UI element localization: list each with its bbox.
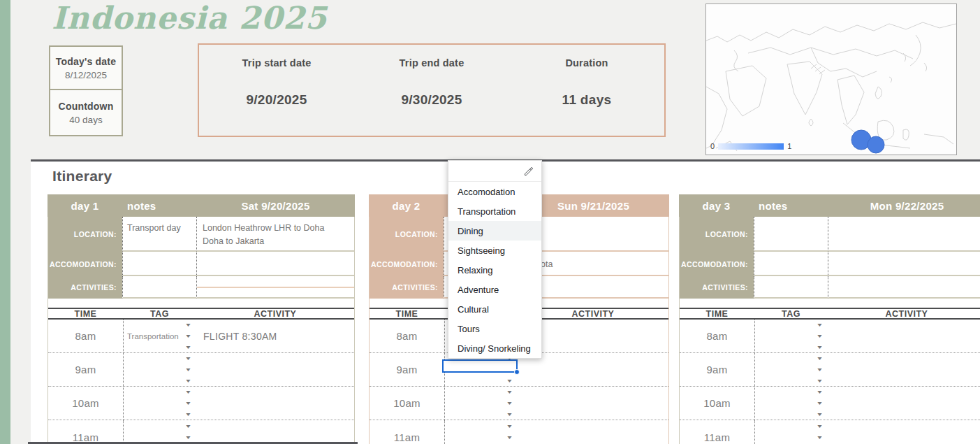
dropdown-arrow-icon[interactable]: ▼ xyxy=(816,424,823,429)
trip-start-value[interactable]: 9/20/2025 xyxy=(199,92,354,108)
dropdown-option[interactable]: Adventure xyxy=(448,280,541,299)
day-3-details: LOCATION: ACCOMODATION: ACTIVITIES: xyxy=(679,217,980,299)
fill-handle[interactable] xyxy=(514,369,520,375)
time-cell[interactable]: 10am xyxy=(370,387,444,420)
activity-cell[interactable] xyxy=(196,353,354,386)
dropdown-arrow-icon[interactable]: ▼ xyxy=(506,435,513,440)
dropdown-arrow-icon[interactable]: ▼ xyxy=(816,435,823,440)
dropdown-option[interactable]: Diving/ Snorkeling xyxy=(448,338,541,358)
dropdown-arrow-icon[interactable]: ▼ xyxy=(506,412,513,417)
hour-row: 9am▼▼▼ xyxy=(48,353,354,387)
activity-cell[interactable] xyxy=(196,387,354,420)
time-cell[interactable]: 11am xyxy=(680,420,754,444)
dropdown-arrow-icon[interactable]: ▼ xyxy=(184,322,191,327)
tag-cell[interactable]: ▼▼▼ xyxy=(123,420,196,444)
activities-notes-cell[interactable] xyxy=(754,276,828,299)
dropdown-arrow-icon[interactable]: ▼ xyxy=(184,367,191,372)
trip-duration-value[interactable]: 11 days xyxy=(509,92,664,108)
activity-cell[interactable] xyxy=(828,387,980,420)
dropdown-arrow-icon[interactable]: ▼ xyxy=(816,367,823,372)
accommodation-detail-cell[interactable] xyxy=(196,252,354,276)
dropdown-arrow-icon[interactable]: ▼ xyxy=(184,401,191,406)
activities-detail-cell[interactable] xyxy=(196,276,354,299)
activity-cell[interactable] xyxy=(828,320,980,352)
trip-end-value[interactable]: 9/30/2025 xyxy=(354,92,509,108)
dropdown-arrow-icon[interactable]: ▼ xyxy=(184,424,191,429)
location-detail-cell[interactable] xyxy=(828,217,980,252)
trip-duration-label: Duration xyxy=(509,57,664,69)
dropdown-arrow-icon[interactable]: ▼ xyxy=(816,389,823,394)
selected-cell[interactable] xyxy=(442,359,518,373)
tag-cell[interactable]: ▼▼▼ xyxy=(123,387,196,420)
location-row-label: LOCATION: xyxy=(48,217,122,252)
geo-map-chart[interactable]: 0 1 xyxy=(705,3,957,155)
day-1-header: day 1 notes Sat 9/20/2025 xyxy=(47,194,355,217)
location-notes-value: Transport day xyxy=(127,223,181,233)
activity-cell[interactable] xyxy=(828,420,980,444)
dropdown-arrow-icon[interactable]: ▼ xyxy=(816,345,823,350)
tag-cell[interactable]: ▼▼▼ xyxy=(754,387,828,420)
dropdown-option[interactable]: Transportation xyxy=(448,201,541,221)
dropdown-arrow-icon[interactable]: ▼ xyxy=(184,356,191,361)
dropdown-option[interactable]: Relaxing xyxy=(448,260,541,280)
accommodation-notes-cell[interactable] xyxy=(754,252,828,276)
today-date-cell: Today's date 8/12/2025 xyxy=(50,47,122,90)
time-cell[interactable]: 10am xyxy=(48,387,123,420)
dropdown-arrow-icon[interactable]: ▼ xyxy=(184,435,191,440)
today-countdown-box: Today's date 8/12/2025 Countdown 40 days xyxy=(49,45,123,136)
time-cell[interactable]: 9am xyxy=(370,353,444,386)
tag-cell[interactable]: ▼Transportation▼▼ xyxy=(123,320,196,352)
dropdown-arrow-icon[interactable]: ▼ xyxy=(184,334,191,338)
dropdown-arrow-icon[interactable]: ▼ xyxy=(816,356,823,361)
time-cell[interactable]: 10am xyxy=(680,387,754,420)
activity-cell[interactable] xyxy=(196,420,354,444)
time-cell[interactable]: 8am xyxy=(680,320,754,352)
dropdown-arrow-icon[interactable]: ▼ xyxy=(816,334,823,338)
dropdown-option[interactable]: Accomodation xyxy=(448,182,541,201)
countdown-value[interactable]: 40 days xyxy=(69,115,102,125)
dropdown-arrow-icon[interactable]: ▼ xyxy=(816,378,823,383)
location-notes-cell[interactable] xyxy=(754,217,828,252)
pencil-icon[interactable] xyxy=(523,166,534,180)
dropdown-arrow-icon[interactable]: ▼ xyxy=(506,389,513,394)
map-marker[interactable] xyxy=(868,136,884,153)
activities-notes-cell[interactable] xyxy=(122,276,196,299)
location-detail-cell[interactable]: London Heathrow LHR to Doha Doha to Jaka… xyxy=(196,217,354,252)
dropdown-arrow-icon[interactable]: ▼ xyxy=(816,322,823,327)
activity-cell[interactable] xyxy=(518,420,668,444)
tag-cell[interactable]: ▼▼▼ xyxy=(444,420,518,444)
dropdown-option[interactable]: Sightseeing xyxy=(448,241,541,260)
time-cell[interactable]: 8am xyxy=(48,320,123,352)
accommodation-notes-cell[interactable] xyxy=(122,252,196,276)
dropdown-arrow-icon[interactable]: ▼ xyxy=(506,378,513,383)
time-cell[interactable]: 9am xyxy=(680,353,754,386)
tag-cell[interactable]: ▼▼▼ xyxy=(123,353,196,386)
time-cell[interactable]: 9am xyxy=(48,353,123,386)
tag-cell[interactable]: ▼▼▼ xyxy=(754,420,828,444)
location-notes-cell[interactable]: Transport day xyxy=(122,217,196,252)
dropdown-arrow-icon[interactable]: ▼ xyxy=(506,424,513,429)
accommodation-detail-cell[interactable] xyxy=(828,252,980,276)
activity-cell[interactable] xyxy=(518,387,668,420)
dropdown-arrow-icon[interactable]: ▼ xyxy=(184,412,191,417)
dropdown-arrow-icon[interactable]: ▼ xyxy=(816,412,823,417)
dropdown-arrow-icon[interactable]: ▼ xyxy=(184,345,191,350)
tag-cell[interactable]: ▼▼▼ xyxy=(754,320,828,352)
activity-cell[interactable]: FLIGHT 8:30AM xyxy=(196,320,354,352)
time-cell[interactable]: 11am xyxy=(370,420,444,444)
dropdown-option[interactable]: Dining xyxy=(448,221,541,241)
tag-cell[interactable]: ▼▼▼ xyxy=(444,387,518,420)
activities-detail-cell[interactable] xyxy=(828,276,980,299)
today-date-value[interactable]: 8/12/2025 xyxy=(65,70,107,80)
dropdown-arrow-icon[interactable]: ▼ xyxy=(184,389,191,394)
dropdown-option[interactable]: Tours xyxy=(448,319,541,338)
dropdown-arrow-icon[interactable]: ▼ xyxy=(506,401,513,406)
dropdown-option[interactable]: Cultural xyxy=(448,299,541,319)
dropdown-arrow-icon[interactable]: ▼ xyxy=(184,378,191,383)
hour-row: 11am▼▼▼ xyxy=(680,420,980,444)
time-cell[interactable]: 8am xyxy=(370,320,444,352)
activity-cell[interactable] xyxy=(828,353,980,386)
dropdown-arrow-icon[interactable]: ▼ xyxy=(816,401,823,406)
tag-cell[interactable]: ▼▼▼ xyxy=(754,353,828,386)
time-cell[interactable]: 11am xyxy=(48,420,123,444)
